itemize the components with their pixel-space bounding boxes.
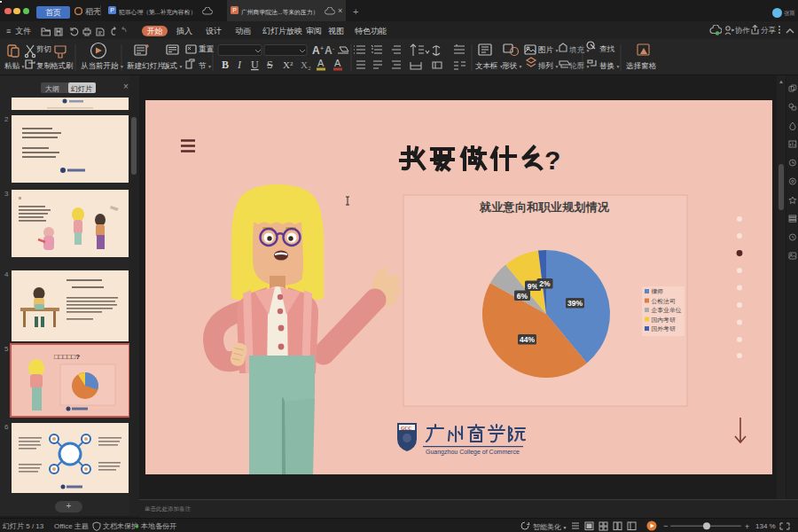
svg-text:?: ? bbox=[544, 145, 560, 175]
svg-text:134 %: 134 % bbox=[755, 522, 776, 530]
svg-text:A: A bbox=[312, 44, 320, 57]
svg-text:39%: 39% bbox=[567, 299, 583, 308]
svg-text:A: A bbox=[325, 44, 332, 57]
svg-text:+: + bbox=[745, 522, 749, 531]
svg-text:6%: 6% bbox=[517, 292, 528, 301]
svg-text:国外考研: 国外考研 bbox=[652, 325, 676, 332]
svg-text:X₂: X₂ bbox=[301, 59, 311, 70]
svg-text:−: − bbox=[663, 521, 668, 530]
svg-text:律师: 律师 bbox=[652, 288, 664, 294]
svg-text:A: A bbox=[334, 58, 341, 68]
svg-text:+: + bbox=[320, 45, 324, 51]
svg-text:GCC: GCC bbox=[401, 426, 411, 431]
svg-text:国内考研: 国内考研 bbox=[652, 317, 676, 324]
svg-text:S: S bbox=[267, 59, 273, 71]
svg-text:2%: 2% bbox=[539, 279, 551, 288]
svg-text:Guangzhou College of Commerce: Guangzhou College of Commerce bbox=[426, 449, 520, 456]
svg-text:就业意向和职业规划情况: 就业意向和职业规划情况 bbox=[479, 200, 610, 214]
svg-text:-: - bbox=[332, 45, 335, 51]
svg-text:A: A bbox=[317, 58, 325, 68]
svg-text:U: U bbox=[251, 59, 259, 71]
svg-text:44%: 44% bbox=[520, 335, 535, 344]
svg-text:X²: X² bbox=[283, 59, 293, 70]
svg-text:B: B bbox=[222, 59, 229, 71]
svg-text:I: I bbox=[237, 59, 242, 71]
svg-text:□□□□□?: □□□□□? bbox=[54, 353, 80, 361]
svg-text:企事业单位: 企事业单位 bbox=[652, 307, 682, 313]
svg-text:公检法司: 公检法司 bbox=[652, 298, 676, 305]
